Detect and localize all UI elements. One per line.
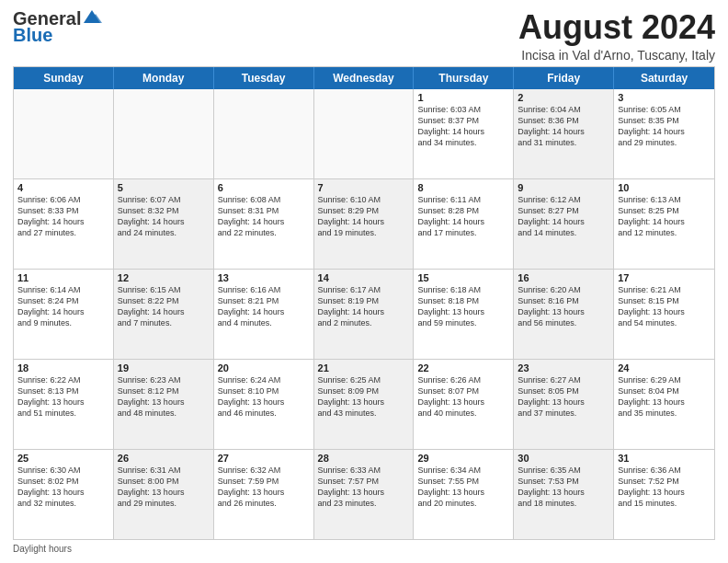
day-number: 18 — [17, 362, 109, 373]
header-tuesday: Tuesday — [214, 67, 314, 89]
cal-cell-2-6: 9Sunrise: 6:12 AM Sunset: 8:27 PM Daylig… — [514, 179, 614, 269]
day-number: 27 — [218, 453, 310, 464]
title-block: August 2024 Incisa in Val d'Arno, Tuscan… — [518, 9, 715, 63]
day-number: 21 — [318, 362, 410, 373]
day-number: 10 — [618, 182, 711, 193]
header-saturday: Saturday — [614, 67, 714, 89]
logo-icon — [82, 8, 102, 25]
header-wednesday: Wednesday — [314, 67, 415, 89]
cell-info: Sunrise: 6:07 AM Sunset: 8:32 PM Dayligh… — [118, 194, 210, 239]
cell-info: Sunrise: 6:08 AM Sunset: 8:31 PM Dayligh… — [218, 194, 310, 239]
day-number: 9 — [518, 182, 609, 193]
day-number: 5 — [118, 182, 210, 193]
cell-info: Sunrise: 6:36 AM Sunset: 7:52 PM Dayligh… — [618, 465, 711, 510]
day-number: 22 — [417, 362, 509, 373]
cal-cell-3-1: 11Sunrise: 6:14 AM Sunset: 8:24 PM Dayli… — [14, 270, 114, 359]
cal-cell-2-5: 8Sunrise: 6:11 AM Sunset: 8:28 PM Daylig… — [414, 179, 514, 269]
cal-row-5: 25Sunrise: 6:30 AM Sunset: 8:02 PM Dayli… — [14, 450, 714, 539]
cal-row-1: 1Sunrise: 6:03 AM Sunset: 8:37 PM Daylig… — [14, 89, 714, 179]
day-number: 26 — [118, 453, 210, 464]
cal-cell-2-2: 5Sunrise: 6:07 AM Sunset: 8:32 PM Daylig… — [114, 179, 214, 269]
header-monday: Monday — [114, 67, 214, 89]
cell-info: Sunrise: 6:03 AM Sunset: 8:37 PM Dayligh… — [417, 104, 509, 149]
cell-info: Sunrise: 6:32 AM Sunset: 7:59 PM Dayligh… — [218, 465, 310, 510]
cal-cell-4-4: 21Sunrise: 6:25 AM Sunset: 8:09 PM Dayli… — [314, 360, 415, 449]
cell-info: Sunrise: 6:26 AM Sunset: 8:07 PM Dayligh… — [417, 374, 509, 419]
cell-info: Sunrise: 6:13 AM Sunset: 8:25 PM Dayligh… — [618, 194, 711, 239]
day-number: 14 — [318, 272, 410, 283]
cell-info: Sunrise: 6:27 AM Sunset: 8:05 PM Dayligh… — [518, 374, 609, 419]
calendar-body: 1Sunrise: 6:03 AM Sunset: 8:37 PM Daylig… — [14, 89, 714, 539]
cal-row-4: 18Sunrise: 6:22 AM Sunset: 8:13 PM Dayli… — [14, 360, 714, 450]
logo-blue: Blue — [13, 26, 52, 44]
logo: General Blue — [13, 9, 102, 44]
cal-cell-1-1 — [14, 89, 114, 178]
cal-cell-5-2: 26Sunrise: 6:31 AM Sunset: 8:00 PM Dayli… — [114, 450, 214, 539]
cal-cell-1-3 — [214, 89, 314, 178]
cal-cell-2-7: 10Sunrise: 6:13 AM Sunset: 8:25 PM Dayli… — [614, 179, 714, 269]
cal-row-3: 11Sunrise: 6:14 AM Sunset: 8:24 PM Dayli… — [14, 270, 714, 360]
cell-info: Sunrise: 6:17 AM Sunset: 8:19 PM Dayligh… — [318, 284, 410, 329]
cal-cell-5-5: 29Sunrise: 6:34 AM Sunset: 7:55 PM Dayli… — [414, 450, 514, 539]
cell-info: Sunrise: 6:21 AM Sunset: 8:15 PM Dayligh… — [618, 284, 711, 329]
cell-info: Sunrise: 6:11 AM Sunset: 8:28 PM Dayligh… — [417, 194, 509, 239]
cell-info: Sunrise: 6:22 AM Sunset: 8:13 PM Dayligh… — [17, 374, 109, 419]
cal-cell-5-6: 30Sunrise: 6:35 AM Sunset: 7:53 PM Dayli… — [514, 450, 614, 539]
cell-info: Sunrise: 6:10 AM Sunset: 8:29 PM Dayligh… — [318, 194, 410, 239]
cal-cell-1-4 — [314, 89, 415, 178]
cell-info: Sunrise: 6:16 AM Sunset: 8:21 PM Dayligh… — [218, 284, 310, 329]
cell-info: Sunrise: 6:12 AM Sunset: 8:27 PM Dayligh… — [518, 194, 609, 239]
day-number: 29 — [417, 453, 509, 464]
cal-cell-5-7: 31Sunrise: 6:36 AM Sunset: 7:52 PM Dayli… — [614, 450, 714, 539]
cell-info: Sunrise: 6:18 AM Sunset: 8:18 PM Dayligh… — [417, 284, 509, 329]
cal-cell-4-2: 19Sunrise: 6:23 AM Sunset: 8:12 PM Dayli… — [114, 360, 214, 449]
day-number: 8 — [417, 182, 509, 193]
day-number: 31 — [618, 453, 711, 464]
day-number: 16 — [518, 272, 609, 283]
cal-cell-1-5: 1Sunrise: 6:03 AM Sunset: 8:37 PM Daylig… — [414, 89, 514, 178]
cal-cell-2-3: 6Sunrise: 6:08 AM Sunset: 8:31 PM Daylig… — [214, 179, 314, 269]
location-title: Incisa in Val d'Arno, Tuscany, Italy — [518, 48, 715, 63]
day-number: 19 — [118, 362, 210, 373]
day-number: 4 — [17, 182, 109, 193]
month-title: August 2024 — [518, 9, 715, 46]
day-number: 25 — [17, 453, 109, 464]
day-number: 15 — [417, 272, 509, 283]
cal-cell-3-2: 12Sunrise: 6:15 AM Sunset: 8:22 PM Dayli… — [114, 270, 214, 359]
cell-info: Sunrise: 6:35 AM Sunset: 7:53 PM Dayligh… — [518, 465, 609, 510]
page: General Blue August 2024 Incisa in Val d… — [0, 0, 728, 563]
cal-cell-4-1: 18Sunrise: 6:22 AM Sunset: 8:13 PM Dayli… — [14, 360, 114, 449]
cal-cell-1-7: 3Sunrise: 6:05 AM Sunset: 8:35 PM Daylig… — [614, 89, 714, 178]
cal-cell-3-5: 15Sunrise: 6:18 AM Sunset: 8:18 PM Dayli… — [414, 270, 514, 359]
cell-info: Sunrise: 6:04 AM Sunset: 8:36 PM Dayligh… — [518, 104, 609, 149]
cell-info: Sunrise: 6:25 AM Sunset: 8:09 PM Dayligh… — [318, 374, 410, 419]
cell-info: Sunrise: 6:15 AM Sunset: 8:22 PM Dayligh… — [118, 284, 210, 329]
cal-row-2: 4Sunrise: 6:06 AM Sunset: 8:33 PM Daylig… — [14, 179, 714, 270]
cell-info: Sunrise: 6:20 AM Sunset: 8:16 PM Dayligh… — [518, 284, 609, 329]
day-number: 3 — [618, 92, 711, 103]
cell-info: Sunrise: 6:23 AM Sunset: 8:12 PM Dayligh… — [118, 374, 210, 419]
cal-cell-3-4: 14Sunrise: 6:17 AM Sunset: 8:19 PM Dayli… — [314, 270, 415, 359]
day-number: 30 — [518, 453, 609, 464]
cal-cell-5-3: 27Sunrise: 6:32 AM Sunset: 7:59 PM Dayli… — [214, 450, 314, 539]
day-number: 13 — [218, 272, 310, 283]
cell-info: Sunrise: 6:33 AM Sunset: 7:57 PM Dayligh… — [318, 465, 410, 510]
cal-cell-3-7: 17Sunrise: 6:21 AM Sunset: 8:15 PM Dayli… — [614, 270, 714, 359]
header-thursday: Thursday — [414, 67, 514, 89]
cal-cell-1-6: 2Sunrise: 6:04 AM Sunset: 8:36 PM Daylig… — [514, 89, 614, 178]
day-number: 1 — [417, 92, 509, 103]
cell-info: Sunrise: 6:14 AM Sunset: 8:24 PM Dayligh… — [17, 284, 109, 329]
calendar-header: Sunday Monday Tuesday Wednesday Thursday… — [14, 67, 714, 89]
cal-cell-4-3: 20Sunrise: 6:24 AM Sunset: 8:10 PM Dayli… — [214, 360, 314, 449]
header: General Blue August 2024 Incisa in Val d… — [13, 9, 715, 63]
cal-cell-2-4: 7Sunrise: 6:10 AM Sunset: 8:29 PM Daylig… — [314, 179, 415, 269]
cal-cell-3-6: 16Sunrise: 6:20 AM Sunset: 8:16 PM Dayli… — [514, 270, 614, 359]
cal-cell-3-3: 13Sunrise: 6:16 AM Sunset: 8:21 PM Dayli… — [214, 270, 314, 359]
day-number: 12 — [118, 272, 210, 283]
day-number: 28 — [318, 453, 410, 464]
day-number: 11 — [17, 272, 109, 283]
day-number: 2 — [518, 92, 609, 103]
day-number: 24 — [618, 362, 711, 373]
footer-note: Daylight hours — [13, 544, 715, 554]
cell-info: Sunrise: 6:30 AM Sunset: 8:02 PM Dayligh… — [17, 465, 109, 510]
